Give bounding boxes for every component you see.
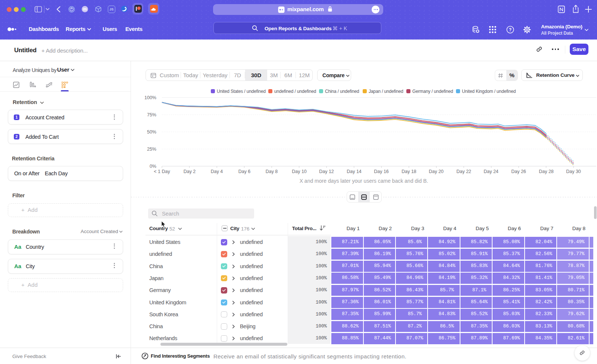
svg-text:?: ? bbox=[509, 27, 512, 32]
